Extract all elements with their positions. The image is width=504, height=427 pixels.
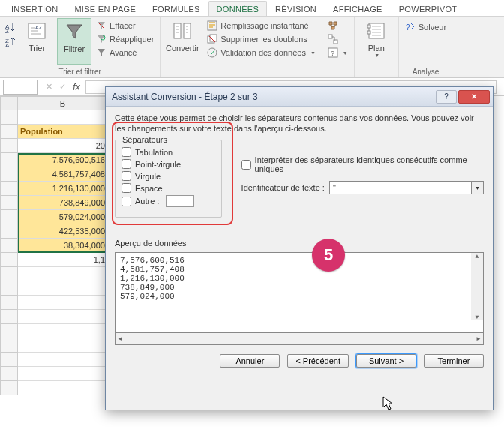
svg-rect-14 xyxy=(328,35,332,38)
dedup-icon xyxy=(207,34,218,44)
whatif-icon: ? xyxy=(328,47,338,58)
consecutive-separators-checkbox[interactable]: Interpréter des séparateurs identiques c… xyxy=(242,155,484,173)
table-row[interactable]: 1,216,130,000 xyxy=(18,182,108,196)
close-button[interactable]: ✕ xyxy=(458,90,490,104)
relationships-button[interactable] xyxy=(326,33,350,45)
svg-text:?: ? xyxy=(406,23,410,32)
separator-space-checkbox[interactable]: Espace xyxy=(122,183,215,193)
dialog-titlebar[interactable]: Assistant Conversion - Étape 2 sur 3 ? ✕ xyxy=(106,87,493,107)
clear-icon xyxy=(96,20,106,31)
ribbon-group-sort-filter: AZ ZA AZ Trier Filtrer Effacer R xyxy=(0,17,160,77)
outline-button[interactable]: Plan ▼ xyxy=(359,18,394,65)
row-headers[interactable] xyxy=(0,110,18,395)
clear-filter-button[interactable]: Effacer xyxy=(94,20,155,32)
chevron-down-icon: ▼ xyxy=(343,50,348,56)
relationships-icon xyxy=(328,34,338,44)
svg-rect-20 xyxy=(368,31,370,34)
ribbon-group-data-tools: Convertir Remplissage instantané Supprim… xyxy=(160,17,354,77)
preview-line: 1,216,130,000 xyxy=(120,274,184,283)
svg-rect-8 xyxy=(184,23,190,38)
preview-line: 579,024,000 xyxy=(120,292,175,301)
filter-icon xyxy=(63,20,86,43)
solver-button[interactable]: ? Solveur xyxy=(404,21,448,33)
cancel-formula-icon[interactable]: ✕ xyxy=(44,82,54,92)
flash-fill-icon xyxy=(207,20,218,31)
separators-group: Séparateurs Tabulation Point-virgule Vir… xyxy=(115,140,222,218)
svg-rect-7 xyxy=(174,23,181,38)
ribbon-group-analysis: ? Solveur Analyse xyxy=(399,17,452,77)
chevron-down-icon: ▼ xyxy=(374,53,380,58)
sort-button[interactable]: AZ Trier xyxy=(20,18,54,65)
separator-other-input[interactable] xyxy=(166,195,194,207)
svg-text:Z: Z xyxy=(5,28,9,33)
table-row[interactable]: 738,849,000 xyxy=(18,196,108,210)
solver-icon: ? xyxy=(405,22,416,32)
chevron-down-icon: ▼ xyxy=(310,50,316,56)
consolidate-button[interactable] xyxy=(326,20,350,32)
reapply-button[interactable]: Réappliquer xyxy=(94,33,155,45)
convert-icon xyxy=(171,20,194,42)
table-row[interactable]: 579,024,000 xyxy=(18,210,108,224)
svg-text:?: ? xyxy=(331,50,334,57)
column-header-b[interactable]: B xyxy=(18,96,108,110)
table-row[interactable]: 7,576,600,516 xyxy=(18,153,108,167)
finish-button[interactable]: Terminer xyxy=(424,354,484,368)
tab-mise-en-page[interactable]: MISE EN PAGE xyxy=(66,1,144,16)
table-row[interactable]: 38,304,000 xyxy=(18,239,108,253)
tab-insertion[interactable]: INSERTION xyxy=(3,1,66,16)
cancel-button[interactable]: Annuler xyxy=(220,354,280,368)
tab-donnees[interactable]: DONNÉES xyxy=(208,1,268,16)
advanced-icon xyxy=(96,47,106,58)
fx-icon[interactable]: fx xyxy=(70,82,82,92)
tab-formules[interactable]: FORMULES xyxy=(144,1,208,16)
separator-semicolon-checkbox[interactable]: Point-virgule xyxy=(122,159,215,169)
svg-text:A: A xyxy=(5,42,10,47)
separator-tab-checkbox[interactable]: Tabulation xyxy=(122,147,215,157)
text-qualifier-select[interactable]: " ▼ xyxy=(329,181,484,194)
preview-vertical-scrollbar[interactable]: ▲▼ xyxy=(471,253,483,320)
annotation-step-badge: 5 xyxy=(312,239,345,272)
select-all-corner[interactable] xyxy=(0,96,18,110)
sort-desc-icon[interactable]: ZA xyxy=(4,35,16,49)
column-data-header: Population▼ xyxy=(18,125,108,139)
chevron-down-icon: ▼ xyxy=(471,182,483,194)
outline-icon xyxy=(365,20,388,42)
dialog-description: Cette étape vous permet de choisir les s… xyxy=(115,113,484,134)
tab-powerpivot[interactable]: POWERPIVOT xyxy=(391,1,466,16)
table-row[interactable]: 4,581,757,408 xyxy=(18,167,108,182)
tab-affichage[interactable]: AFFICHAGE xyxy=(325,1,391,16)
validation-icon xyxy=(207,47,218,58)
table-row[interactable]: 422,535,000 xyxy=(18,224,108,239)
preview-horizontal-scrollbar[interactable]: ◄► xyxy=(115,333,484,345)
ribbon-tabs: INSERTION MISE EN PAGE FORMULES DONNÉES … xyxy=(0,0,504,17)
next-button[interactable]: Suivant > xyxy=(356,354,416,368)
preview-line: 738,849,000 xyxy=(120,283,175,292)
tab-revision[interactable]: RÉVISION xyxy=(267,1,325,16)
flash-fill-button[interactable]: Remplissage instantané xyxy=(206,20,317,32)
ribbon-group-outline: Plan ▼ xyxy=(355,17,399,77)
text-to-columns-button[interactable]: Convertir xyxy=(165,18,200,65)
enter-formula-icon[interactable]: ✓ xyxy=(57,82,68,92)
preview-label: Aperçu de données xyxy=(115,239,484,248)
filter-button[interactable]: Filtrer xyxy=(57,18,92,65)
help-button[interactable]: ? xyxy=(436,90,457,104)
remove-duplicates-button[interactable]: Supprimer les doublons xyxy=(206,33,317,45)
table-row[interactable]: 20 xyxy=(18,139,108,153)
whatif-button[interactable]: ?▼ xyxy=(326,47,350,59)
sort-asc-icon[interactable]: AZ xyxy=(4,21,16,35)
back-button[interactable]: < Précédent xyxy=(287,354,349,368)
separator-comma-checkbox[interactable]: Virgule xyxy=(122,171,215,181)
data-validation-button[interactable]: Validation des données▼ xyxy=(206,47,317,59)
advanced-filter-button[interactable]: Avancé xyxy=(94,47,155,59)
separators-legend: Séparateurs xyxy=(120,135,170,144)
cells[interactable]: Population▼ 20 7,576,600,516 4,581,757,4… xyxy=(18,110,108,395)
preview-line: 4,581,757,408 xyxy=(120,265,184,274)
table-row[interactable]: 1,1 xyxy=(18,253,108,267)
name-box[interactable] xyxy=(3,80,38,95)
separator-other-checkbox[interactable]: Autre : xyxy=(122,195,215,207)
svg-rect-18 xyxy=(369,23,384,38)
ribbon-body: AZ ZA AZ Trier Filtrer Effacer R xyxy=(0,17,504,78)
preview-line: 7,576,600,516 xyxy=(120,256,184,265)
text-qualifier-label: Identificateur de texte : xyxy=(242,183,325,192)
data-preview: 7,576,600,516 4,581,757,408 1,216,130,00… xyxy=(115,252,484,333)
